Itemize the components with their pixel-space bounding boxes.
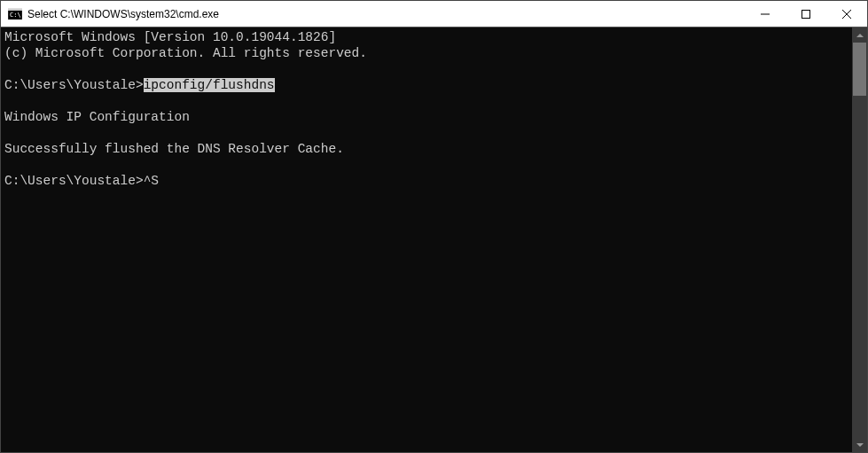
terminal-output[interactable]: Microsoft Windows [Version 10.0.19044.18… [1, 27, 852, 452]
output-header: Windows IP Configuration [4, 109, 848, 125]
close-icon [842, 10, 851, 19]
version-line: Microsoft Windows [Version 10.0.19044.18… [4, 29, 848, 45]
window-titlebar: C:\ Select C:\WINDOWS\system32\cmd.exe [1, 1, 867, 27]
prompt-prefix: C:\Users\Youstale> [4, 174, 144, 188]
svg-marker-7 [856, 34, 864, 37]
maximize-button[interactable] [786, 1, 826, 27]
blank-line [4, 61, 848, 77]
output-result: Successfully flushed the DNS Resolver Ca… [4, 141, 848, 157]
prompt-prefix: C:\Users\Youstale> [4, 78, 144, 92]
close-button[interactable] [826, 1, 867, 27]
chevron-down-icon [856, 443, 864, 447]
blank-line [4, 157, 848, 173]
selected-command: ipconfig/flushdns [144, 78, 275, 92]
prompt-line-1: C:\Users\Youstale>ipconfig/flushdns [4, 77, 848, 93]
chevron-up-icon [856, 34, 864, 37]
svg-text:C:\: C:\ [10, 12, 21, 19]
minimize-icon [761, 10, 770, 19]
scroll-up-arrow[interactable] [852, 27, 867, 43]
terminal-container: Microsoft Windows [Version 10.0.19044.18… [1, 27, 867, 452]
prompt-line-2: C:\Users\Youstale>^S [4, 173, 848, 189]
window-controls [745, 1, 867, 27]
vertical-scrollbar[interactable] [852, 27, 867, 452]
blank-line [4, 93, 848, 109]
cmd-icon: C:\ [8, 7, 22, 21]
copyright-line: (c) Microsoft Corporation. All rights re… [4, 45, 848, 61]
minimize-button[interactable] [745, 1, 786, 27]
current-input: ^S [144, 174, 159, 188]
scroll-thumb[interactable] [853, 43, 866, 96]
maximize-icon [802, 10, 810, 19]
blank-line [4, 125, 848, 141]
svg-rect-1 [8, 9, 22, 11]
svg-marker-8 [856, 443, 864, 447]
svg-rect-4 [802, 10, 810, 18]
window-title: Select C:\WINDOWS\system32\cmd.exe [27, 8, 745, 20]
scroll-down-arrow[interactable] [852, 437, 867, 452]
